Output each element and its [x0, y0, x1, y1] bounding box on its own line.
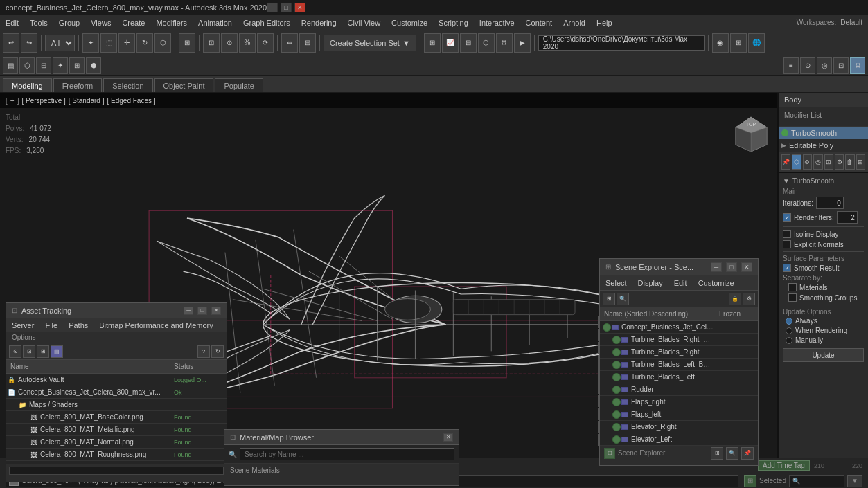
- modifier-editable-poly[interactable]: ▶ Editable Poly: [779, 139, 868, 152]
- close-button[interactable]: ✕: [294, 3, 305, 12]
- se-list-item[interactable]: Elevator_Left: [600, 433, 758, 446]
- ts-isoline-checkbox[interactable]: [783, 230, 791, 238]
- ts-explicit-normals-checkbox[interactable]: [783, 240, 791, 248]
- display-tab-btn[interactable]: ⊡: [824, 154, 833, 170]
- mb-search-input[interactable]: [240, 448, 454, 460]
- se-options-btn[interactable]: ⚙: [743, 293, 755, 305]
- rotate-btn[interactable]: ↻: [136, 33, 153, 53]
- utility-tab-btn[interactable]: ⚙: [835, 154, 844, 170]
- at-menu-bitmap[interactable]: Bitmap Performance and Memory: [94, 318, 218, 332]
- reference-btn[interactable]: ⊞: [179, 33, 195, 53]
- at-tool-1[interactable]: ⊙: [9, 345, 21, 358]
- mirror-btn[interactable]: ⇔: [281, 33, 298, 53]
- menu-animation[interactable]: Animation: [193, 15, 238, 30]
- tab-object-paint[interactable]: Object Paint: [154, 78, 214, 92]
- ts-smoothing-groups-checkbox[interactable]: [788, 293, 797, 302]
- se-minimize-btn[interactable]: ─: [711, 262, 722, 272]
- menu-views[interactable]: Views: [85, 15, 116, 30]
- se-bottom-icon[interactable]: ⊞: [604, 448, 615, 459]
- se-list-item[interactable]: Elevator_Right: [600, 421, 758, 433]
- create-selection-button[interactable]: Create Selection Set ▼: [324, 35, 416, 51]
- at-tool-help[interactable]: ?: [197, 345, 210, 358]
- menu-edit[interactable]: Edit: [0, 15, 24, 30]
- tab-freeform[interactable]: Freeform: [53, 78, 103, 92]
- at-maximize-btn[interactable]: □: [197, 307, 207, 315]
- menu-modifiers[interactable]: Modifiers: [150, 15, 193, 30]
- curve-editor-btn[interactable]: 📈: [442, 33, 459, 53]
- se-menu-select[interactable]: Select: [600, 275, 632, 290]
- at-tool-4[interactable]: ▤: [51, 345, 63, 358]
- render-setup-btn[interactable]: ⚙: [496, 33, 513, 53]
- filter-options-btn[interactable]: ▼: [847, 475, 862, 487]
- menu-scripting[interactable]: Scripting: [433, 15, 474, 30]
- at-list-item[interactable]: 🔒 Autodesk Vault Logged O...: [6, 374, 227, 386]
- modifier-tab-btn[interactable]: ⬡: [792, 154, 801, 170]
- scene-explorer-btn[interactable]: 🌐: [748, 33, 765, 53]
- scene-explorer-icon-btn[interactable]: ⊞: [744, 475, 756, 487]
- at-options-label[interactable]: Options: [6, 332, 227, 343]
- se-lock-btn[interactable]: 🔒: [729, 293, 741, 305]
- move-btn[interactable]: ✛: [118, 33, 135, 53]
- schematic-btn[interactable]: ⊟: [460, 33, 477, 53]
- se-list-item[interactable]: Concept_Business_Jet_Celera_800: [600, 321, 758, 334]
- angle-snap-btn[interactable]: ⊙: [221, 33, 238, 53]
- ts-manually-radio[interactable]: Manually: [786, 336, 864, 344]
- mb-close-btn[interactable]: ✕: [443, 433, 453, 442]
- menu-tools[interactable]: Tools: [24, 15, 53, 30]
- align-btn[interactable]: ⊟: [299, 33, 316, 53]
- se-search-btn[interactable]: 🔍: [617, 293, 629, 305]
- utilities-btn[interactable]: ⚙: [850, 57, 865, 74]
- modifier-options-btn[interactable]: ⊞: [856, 154, 865, 170]
- element-btn[interactable]: ⬢: [86, 57, 101, 74]
- polygon-btn[interactable]: ⬡: [19, 57, 35, 74]
- at-list-item[interactable]: 📄 Concept_Business_Jet_Celera_800_max_vr…: [6, 386, 227, 399]
- vertex-btn[interactable]: ✦: [53, 57, 68, 74]
- at-tool-2[interactable]: ⊡: [23, 345, 35, 358]
- motion-btn[interactable]: ◎: [817, 57, 832, 74]
- edge-btn[interactable]: ⊟: [36, 57, 51, 74]
- menu-civil-view[interactable]: Civil View: [342, 15, 386, 30]
- se-list-item[interactable]: Turbine_Blades_Right_Back: [600, 334, 758, 346]
- se-list-item[interactable]: Rudder: [600, 383, 758, 396]
- menu-customize[interactable]: Customize: [386, 15, 433, 30]
- ts-render-iters-checkbox[interactable]: [783, 213, 791, 222]
- ts-smooth-result-checkbox[interactable]: [783, 264, 791, 272]
- se-maximize-btn[interactable]: □: [726, 262, 737, 272]
- se-list-item[interactable]: Flaps_right: [600, 396, 758, 408]
- at-list-item[interactable]: 🖼 Celera_800_MAT_Roughness.png Found: [6, 449, 227, 461]
- select-region-btn[interactable]: ⬚: [100, 33, 117, 53]
- at-tool-refresh[interactable]: ↻: [211, 345, 224, 358]
- snap-toggle-btn[interactable]: ⊡: [203, 33, 220, 53]
- at-list-item[interactable]: 🖼 Celera_800_MAT_Metallic.png Found: [6, 424, 227, 436]
- ts-always-radio[interactable]: Always: [786, 317, 864, 325]
- at-menu-file[interactable]: File: [39, 318, 63, 332]
- at-menu-paths[interactable]: Paths: [63, 318, 94, 332]
- layer-btn[interactable]: ≡: [783, 57, 799, 74]
- display-btn[interactable]: ⊡: [833, 57, 849, 74]
- menu-create[interactable]: Create: [116, 15, 150, 30]
- se-filter-btn[interactable]: ⊞: [603, 293, 615, 305]
- at-scrollbar[interactable]: [9, 467, 224, 475]
- render-btn[interactable]: ◉: [712, 33, 729, 53]
- at-close-btn[interactable]: ✕: [211, 307, 221, 315]
- mat-editor-btn[interactable]: ⬡: [478, 33, 495, 53]
- ts-when-rendering-radio[interactable]: When Rendering: [786, 327, 864, 334]
- se-bottom-search-btn[interactable]: 🔍: [726, 447, 738, 460]
- se-list-item[interactable]: Turbine_Blades_Right: [600, 346, 758, 359]
- se-item-list[interactable]: Concept_Business_Jet_Celera_800 Turbine_…: [600, 321, 758, 446]
- ts-materials-checkbox[interactable]: [788, 283, 797, 291]
- at-menu-server[interactable]: Server: [6, 318, 39, 332]
- minimize-button[interactable]: ─: [267, 3, 278, 12]
- se-close-btn[interactable]: ✕: [741, 262, 752, 272]
- modifier-turboosmooth[interactable]: TurboSmooth: [779, 127, 868, 139]
- at-tool-3[interactable]: ⊞: [37, 345, 49, 358]
- se-list-item[interactable]: Turbine_Blades_Left_Back: [600, 359, 758, 371]
- hierarchy-tab-btn[interactable]: ⊙: [803, 154, 812, 170]
- se-bottom-filter-btn[interactable]: ⊞: [711, 447, 723, 460]
- ribbon-modeling-btn[interactable]: ▤: [3, 57, 18, 74]
- se-menu-edit[interactable]: Edit: [668, 275, 693, 290]
- hierarchy-btn[interactable]: ⊙: [800, 57, 815, 74]
- menu-group[interactable]: Group: [53, 15, 86, 30]
- se-list-item[interactable]: Flaps_left: [600, 408, 758, 421]
- select-filter-dropdown[interactable]: All: [45, 35, 75, 51]
